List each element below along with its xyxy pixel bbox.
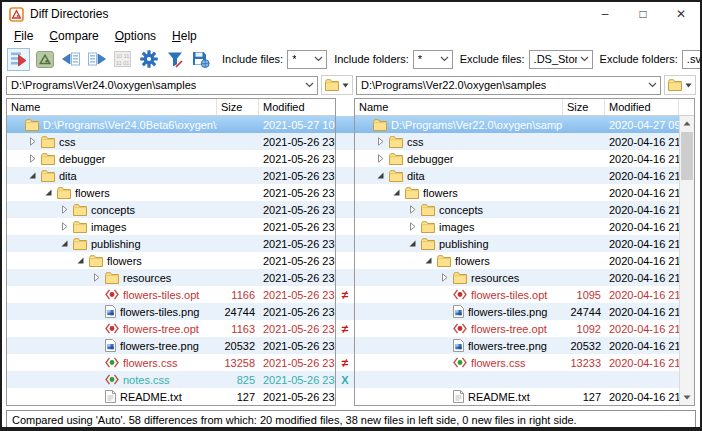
close-button[interactable]: ✕ [662, 2, 700, 26]
minimize-button[interactable]: – [586, 2, 624, 26]
tree-row[interactable]: flowers.css132332020-04-16 21:05... [355, 354, 679, 371]
scroll-down-button[interactable] [680, 390, 694, 405]
menu-help[interactable]: Help [164, 28, 205, 44]
collapse-arrow-icon[interactable] [59, 239, 69, 248]
item-name: images [91, 221, 126, 233]
expand-arrow-icon[interactable] [91, 273, 101, 282]
tree-row[interactable]: notes.css8252021-05-26 23:24... [7, 371, 335, 388]
expand-arrow-icon[interactable] [375, 137, 385, 146]
tree-row[interactable]: flowers-tree.opt10922020-04-16 21:05... [355, 320, 679, 337]
expand-arrow-icon[interactable] [59, 222, 69, 231]
tree-row[interactable]: flowers2020-04-16 21:05... [355, 184, 679, 201]
tree-row[interactable]: debugger2021-05-26 23:24... [7, 150, 335, 167]
chevron-down-icon[interactable] [645, 82, 660, 88]
item-name: D:\Programs\Ver24.0Beta6\oxygen\samples [43, 119, 217, 131]
collapse-arrow-icon[interactable] [391, 188, 401, 197]
column-header-modified[interactable]: Modified [259, 99, 335, 115]
left-browse-folder-button[interactable] [321, 75, 353, 95]
chevron-down-icon[interactable] [437, 56, 452, 62]
tree-row[interactable]: flowers-tree.png205322020-04-16 21:05... [355, 337, 679, 354]
exclude-files-combobox[interactable]: .DS_Store [529, 50, 593, 69]
tree-row[interactable]: flowers-tree.opt11632021-05-26 23:24... [7, 320, 335, 337]
title-bar: Diff Directories –□✕ [2, 2, 700, 26]
collapse-arrow-icon[interactable] [43, 188, 53, 197]
tree-row[interactable]: flowers-tiles.opt10952020-04-16 21:05... [355, 286, 679, 303]
chevron-down-icon[interactable] [302, 82, 317, 88]
item-modified: 2021-05-26 23:24... [259, 136, 335, 148]
scrollbar-thumb[interactable] [681, 132, 693, 180]
tree-row[interactable]: concepts2021-05-26 23:24... [7, 201, 335, 218]
copy-change-from-left-to-right-button[interactable] [85, 48, 108, 71]
comparison-options-button[interactable] [137, 48, 160, 71]
collapse-arrow-icon[interactable] [27, 171, 37, 180]
tree-row[interactable]: concepts2020-04-16 21:05... [355, 201, 679, 218]
expand-arrow-icon[interactable] [27, 137, 37, 146]
tree-row[interactable]: css2021-05-26 23:24... [7, 133, 335, 150]
save-filters-button[interactable] [189, 48, 212, 71]
tree-row[interactable]: D:\Programs\Ver24.0Beta6\oxygen\samples2… [7, 116, 335, 133]
include-files-value: * [292, 53, 296, 65]
include-folders-combobox[interactable]: * [413, 50, 453, 69]
css-file-icon [453, 357, 467, 368]
tree-row[interactable]: README.txt1272021-05-26 23:24... [7, 388, 335, 405]
tree-row[interactable]: dita2020-04-16 21:05... [355, 167, 679, 184]
tree-row[interactable]: resources2021-05-26 23:24... [7, 269, 335, 286]
binary-comparison-button: 10 1111 01 [111, 48, 134, 71]
tree-row[interactable]: images2021-05-26 23:24... [7, 218, 335, 235]
exclude-folders-combobox[interactable]: .svn,_svn,.git [682, 50, 702, 69]
png-file-icon [105, 305, 116, 318]
vertical-scrollbar[interactable] [679, 116, 694, 405]
column-header-name[interactable]: Name [355, 99, 563, 115]
collapse-arrow-icon[interactable] [423, 256, 433, 265]
expand-arrow-icon[interactable] [27, 154, 37, 163]
diff-status-strip: ≠≠≠X [336, 98, 354, 406]
expand-arrow-icon[interactable] [375, 154, 385, 163]
chevron-down-icon[interactable] [311, 56, 326, 62]
menu-file[interactable]: File [6, 28, 41, 44]
show-filters-button[interactable] [163, 48, 186, 71]
tree-row[interactable]: dita2021-05-26 23:24... [7, 167, 335, 184]
tree-row[interactable]: flowers-tiles.png247442020-04-16 21:05..… [355, 303, 679, 320]
tree-row[interactable]: resources2020-04-16 21:05... [355, 269, 679, 286]
column-header-modified[interactable]: Modified [605, 99, 679, 115]
expand-arrow-icon[interactable] [407, 205, 417, 214]
perform-directories-comparison-button[interactable] [7, 48, 30, 71]
scroll-up-button[interactable] [680, 116, 694, 131]
tree-row[interactable]: flowers2020-04-16 21:05... [355, 252, 679, 269]
item-name: flowers-tiles.opt [471, 289, 547, 301]
column-header-size[interactable]: Size [217, 99, 259, 115]
tree-row[interactable]: flowers.css132582021-05-26 23:24... [7, 354, 335, 371]
tree-row[interactable]: css2020-04-16 21:05... [355, 133, 679, 150]
perform-files-comparison-button[interactable] [33, 48, 56, 71]
include-files-combobox[interactable]: * [287, 50, 327, 69]
tree-row[interactable]: README.txt1272020-04-16 21:05... [355, 388, 679, 405]
tree-row[interactable]: debugger2020-04-16 21:05... [355, 150, 679, 167]
left-path-combobox[interactable]: D:\Programs\Ver24.0\oxygen\samples [6, 76, 318, 95]
right-browse-folder-button[interactable] [664, 75, 696, 95]
tree-row[interactable]: publishing2021-05-26 23:24... [7, 235, 335, 252]
column-header-name[interactable]: Name [7, 99, 217, 115]
folder-icon [25, 119, 39, 131]
right-path-combobox[interactable]: D:\Programs\Ver22.0\oxygen\samples [356, 76, 661, 95]
maximize-button[interactable]: □ [624, 2, 662, 26]
menu-options[interactable]: Options [107, 28, 164, 44]
collapse-arrow-icon[interactable] [375, 171, 385, 180]
tree-row[interactable]: flowers2021-05-26 23:24... [7, 252, 335, 269]
expand-arrow-icon[interactable] [439, 273, 449, 282]
tree-row[interactable]: publishing2020-04-16 21:05... [355, 235, 679, 252]
tree-row[interactable]: flowers-tree.png205322021-05-26 23:24... [7, 337, 335, 354]
diff-status-cell [336, 201, 354, 218]
column-header-size[interactable]: Size [563, 99, 605, 115]
tree-row[interactable]: flowers2021-05-26 23:24... [7, 184, 335, 201]
expand-arrow-icon[interactable] [407, 222, 417, 231]
expand-arrow-icon[interactable] [59, 205, 69, 214]
chevron-down-icon[interactable] [577, 56, 592, 62]
collapse-arrow-icon[interactable] [407, 239, 417, 248]
tree-row[interactable]: images2020-04-16 21:05... [355, 218, 679, 235]
tree-row[interactable]: flowers-tiles.opt11662021-05-26 23:24... [7, 286, 335, 303]
collapse-arrow-icon[interactable] [75, 256, 85, 265]
tree-row[interactable]: D:\Programs\Ver22.0\oxygen\samples2020-0… [355, 116, 679, 133]
copy-change-from-right-to-left-button[interactable] [59, 48, 82, 71]
menu-compare[interactable]: Compare [41, 28, 106, 44]
tree-row[interactable]: flowers-tiles.png247442021-05-26 23:24..… [7, 303, 335, 320]
